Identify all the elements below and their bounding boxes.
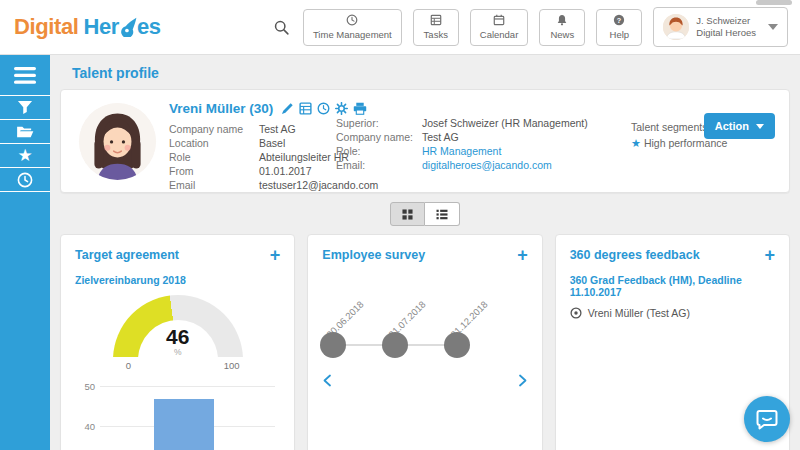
timeline-point[interactable] [320, 332, 346, 358]
widget-cards: Target agreement + Zielvereinbarung 2018… [60, 234, 790, 450]
grid-view-button[interactable] [390, 202, 425, 226]
settings-button[interactable] [335, 102, 348, 115]
search-button[interactable] [271, 17, 292, 38]
tasks-icon [430, 14, 442, 26]
history-button[interactable] [317, 102, 330, 115]
content-area: Talent profile [50, 55, 800, 450]
timeline-prev-button[interactable] [322, 374, 332, 387]
view-toggle [50, 202, 800, 226]
target-agreement-link[interactable]: Zielvereinbarung 2018 [75, 274, 186, 286]
chevron-left-icon [322, 374, 332, 387]
logo-text-orange: Digital [14, 14, 78, 40]
field-label: Email [169, 179, 259, 191]
app-window: Digital Her es Time Management [0, 0, 800, 450]
nav-help-button[interactable]: ? Help [596, 9, 642, 46]
superior-email-link[interactable]: digitalheroes@jacando.com [422, 159, 588, 171]
star-icon: ★ [17, 147, 32, 164]
timeline-point[interactable] [444, 332, 470, 358]
add-target-agreement-button[interactable]: + [270, 248, 281, 262]
clock-icon [17, 172, 33, 188]
field-label: Email: [336, 159, 422, 171]
circle-dot-icon [570, 307, 582, 319]
superior-role-link[interactable]: HR Management [422, 145, 588, 157]
open-folder-icon [16, 125, 34, 139]
nav-time-management-button[interactable]: Time Management [303, 9, 402, 46]
feedback-participant-name: Vreni Müller (Test AG) [588, 307, 690, 319]
edit-profile-button[interactable] [281, 102, 294, 115]
gauge-min-label: 0 [126, 360, 131, 371]
chevron-down-icon [756, 124, 764, 129]
field-value: testuser12@jacando.com [259, 179, 378, 191]
field-label: Company name: [336, 131, 422, 143]
field-label: From [169, 165, 259, 177]
top-header: Digital Her es Time Management [0, 0, 800, 55]
card-title: 360 degrees feedback [570, 248, 700, 262]
logo-text-blue-2: es [137, 14, 161, 40]
nav-news-button[interactable]: News [539, 9, 585, 46]
superior-info: Superior: Josef Schweizer (HR Management… [336, 117, 588, 171]
profile-name: Vreni Müller (30) [169, 101, 273, 116]
star-icon: ★ [631, 137, 641, 149]
sidebar-item-folders[interactable] [0, 120, 50, 144]
logo-text-blue: Her [83, 14, 119, 40]
list-icon [436, 209, 448, 220]
feedback-participant: Vreni Müller (Test AG) [570, 307, 775, 319]
sidebar-item-filter[interactable] [0, 96, 50, 120]
user-info: J. Schweizer Digital Heroes [696, 15, 756, 40]
user-name: J. Schweizer [696, 15, 750, 26]
svg-text:?: ? [617, 16, 622, 25]
profile-sheet-button[interactable] [299, 102, 312, 115]
list-view-button[interactable] [425, 202, 460, 226]
nav-tasks-button[interactable]: Tasks [413, 9, 459, 46]
profile-avatar [79, 103, 156, 180]
sidebar: ★ [0, 55, 50, 450]
table-icon [299, 102, 312, 115]
sidebar-item-favorites[interactable]: ★ [0, 144, 50, 168]
hamburger-icon [13, 67, 37, 84]
add-feedback-button[interactable]: + [764, 248, 775, 262]
gridline [100, 386, 275, 387]
y-tick: 50 [75, 381, 95, 392]
feedback-link[interactable]: 360 Grad Feedback (HM), Deadline 11.10.2… [570, 274, 775, 298]
nav-label: Tasks [424, 29, 448, 40]
sidebar-item-history[interactable] [0, 168, 50, 192]
target-bar-chart: 50 40 30 [75, 377, 280, 450]
bell-icon [556, 14, 568, 26]
add-employee-survey-button[interactable]: + [517, 248, 528, 262]
nav-label: Time Management [313, 29, 392, 40]
filter-icon [17, 100, 33, 115]
employee-survey-card: Employee survey + 30.06.2018 31.07.2018 … [307, 234, 542, 450]
scrollbar-thumb[interactable] [756, 0, 792, 5]
app-logo: Digital Her es [14, 14, 161, 40]
field-label: Role: [336, 145, 422, 157]
timeline-point[interactable] [382, 332, 408, 358]
gauge-unit: % [113, 347, 243, 357]
chevron-right-icon [518, 374, 528, 387]
print-button[interactable] [353, 102, 367, 115]
action-button[interactable]: Action [704, 113, 775, 139]
field-value: Josef Schweizer (HR Management) [422, 117, 588, 129]
field-value: Test AG [422, 131, 588, 143]
profile-card: Vreni Müller (30) [60, 89, 790, 193]
target-gauge: 46 % 0 100 [113, 295, 243, 377]
user-menu-button[interactable]: J. Schweizer Digital Heroes [653, 7, 788, 47]
field-label: Superior: [336, 117, 422, 129]
bar-zielvereinbarung [154, 399, 214, 450]
search-icon [273, 19, 290, 36]
talent-segment-value: High performance [644, 137, 727, 149]
comet-icon [118, 16, 139, 37]
nav-calendar-button[interactable]: Calendar [470, 9, 529, 46]
field-label: Company name [169, 123, 259, 135]
clock-icon [317, 102, 330, 115]
chevron-down-icon [768, 24, 778, 30]
pencil-icon [281, 102, 294, 115]
field-label: Location [169, 137, 259, 149]
clock-icon [346, 14, 358, 26]
chat-button[interactable] [744, 396, 790, 442]
timeline-nav [322, 374, 527, 387]
survey-timeline: 30.06.2018 31.07.2018 31.12.2018 [322, 262, 527, 366]
user-avatar [663, 14, 689, 40]
timeline-next-button[interactable] [518, 374, 528, 387]
sidebar-menu-toggle[interactable] [0, 55, 50, 96]
page-title: Talent profile [50, 55, 800, 89]
